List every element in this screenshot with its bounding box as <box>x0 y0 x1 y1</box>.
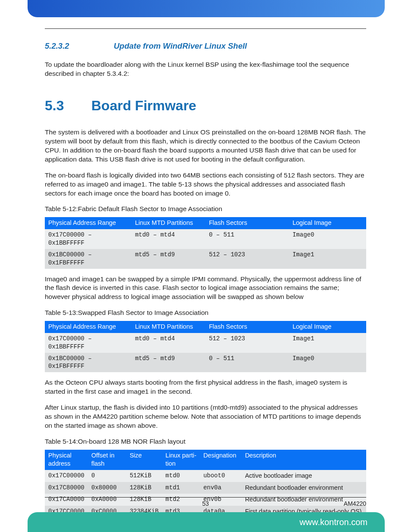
cell: 0x17C00000 <box>45 470 88 482</box>
cell: mtd0 <box>162 470 200 482</box>
cell: 0x17C80000 <box>45 482 88 494</box>
col-header: Logical Image <box>289 321 366 333</box>
cell: 512 – 1023 <box>206 333 289 353</box>
cell: 128KiB <box>126 482 162 494</box>
table-row: 0x17C00000 – 0x1BBFFFFF mtd0 – mtd4 512 … <box>45 333 366 353</box>
header-rule <box>45 28 366 29</box>
table-row: 0x17C00000 0 512KiB mtd0 uboot0 Active b… <box>45 470 366 482</box>
col-header: Linux parti­tion <box>162 450 200 470</box>
cell: 0x1BC00000 – 0x1FBFFFFF <box>45 353 131 373</box>
table-5-12: Physical Address Range Linux MTD Partiti… <box>45 217 366 268</box>
model-label: AM4220 <box>344 500 366 508</box>
cell: 0x1BC00000 – 0x1FBFFFFF <box>45 249 131 269</box>
table-row: 0x17C00000 – 0x1BBFFFFF mtd0 – mtd4 0 – … <box>45 229 366 249</box>
section-number: 5.3 <box>45 96 91 115</box>
cell: Image1 <box>289 333 366 353</box>
paragraph: After Linux startup, the flash is divide… <box>45 403 366 430</box>
col-header: Flash Sectors <box>206 217 289 229</box>
footer-url: www.kontron.com <box>299 516 367 528</box>
page-content: 5.2.3.2 Update from WindRiver Linux Shel… <box>45 28 366 517</box>
col-header: Size <box>126 450 162 470</box>
section-title: Board Firmware <box>91 96 196 115</box>
col-header: Description <box>242 450 366 470</box>
cell: 0x80000 <box>88 482 126 494</box>
table-row: 0x1BC00000 – 0x1FBFFFFF mtd5 – mtd9 512 … <box>45 249 366 269</box>
cell: 512 – 1023 <box>206 249 289 269</box>
cell: env0a <box>200 482 242 494</box>
cell: Image0 <box>289 229 366 249</box>
cell: 0x17C00000 – 0x1BBFFFFF <box>45 229 131 249</box>
col-header: Physical Address Range <box>45 321 131 333</box>
cell: 0 – 511 <box>206 353 289 373</box>
cell: 0x17C00000 – 0x1BBFFFFF <box>45 333 131 353</box>
col-header: Linux MTD Partitions <box>131 217 206 229</box>
cell: mtd5 – mtd9 <box>131 249 206 269</box>
paragraph: The on-board flash is logically divided … <box>45 171 366 198</box>
paragraph: To update the boardloader along with the… <box>45 60 366 78</box>
cell: 0 <box>88 470 126 482</box>
table-caption: Table 5-13:Swapped Flash Sector to Image… <box>45 308 366 317</box>
paragraph: As the Octeon CPU always starts booting … <box>45 378 366 396</box>
table-caption: Table 5-14:On-board 128 MB NOR Flash lay… <box>45 437 366 446</box>
table-caption: Table 5-12:Fabric Default Flash Sector t… <box>45 205 366 214</box>
cell: 512KiB <box>126 470 162 482</box>
cell: mtd5 – mtd9 <box>131 353 206 373</box>
col-header: Offset in flash <box>88 450 126 470</box>
paragraph: Image0 and image1 can be swapped by a si… <box>45 275 366 302</box>
cell: uboot0 <box>200 470 242 482</box>
col-header: Physical Address Range <box>45 217 131 229</box>
cell: Image1 <box>289 249 366 269</box>
col-header: Logical Image <box>289 217 366 229</box>
top-banner <box>28 0 385 17</box>
cell: Redundant bootloader environment <box>242 482 366 494</box>
col-header: Designation <box>200 450 242 470</box>
cell: mtd0 – mtd4 <box>131 333 206 353</box>
cell: mtd0 – mtd4 <box>131 229 206 249</box>
bottom-banner: www.kontron.com <box>28 512 385 532</box>
subsection-title: Update from WindRiver Linux Shell <box>114 41 247 52</box>
col-header: Flash Sectors <box>206 321 289 333</box>
table-row: 0x17C80000 0x80000 128KiB mtd1 env0a Red… <box>45 482 366 494</box>
subsection-heading: 5.2.3.2 Update from WindRiver Linux Shel… <box>45 41 366 52</box>
section-heading: 5.3 Board Firmware <box>45 96 366 115</box>
col-header: Linux MTD Partitions <box>131 321 206 333</box>
cell: Image0 <box>289 353 366 373</box>
cell: mtd1 <box>162 482 200 494</box>
paragraph: The system is delivered with a bootloade… <box>45 128 366 164</box>
cell: Active bootloader image <box>242 470 366 482</box>
table-5-13: Physical Address Range Linux MTD Partiti… <box>45 321 366 372</box>
cell: 0 – 511 <box>206 229 289 249</box>
subsection-number: 5.2.3.2 <box>45 41 114 52</box>
footer-rule <box>45 497 366 498</box>
table-row: 0x1BC00000 – 0x1FBFFFFF mtd5 – mtd9 0 – … <box>45 353 366 373</box>
col-header: Physical address <box>45 450 88 470</box>
